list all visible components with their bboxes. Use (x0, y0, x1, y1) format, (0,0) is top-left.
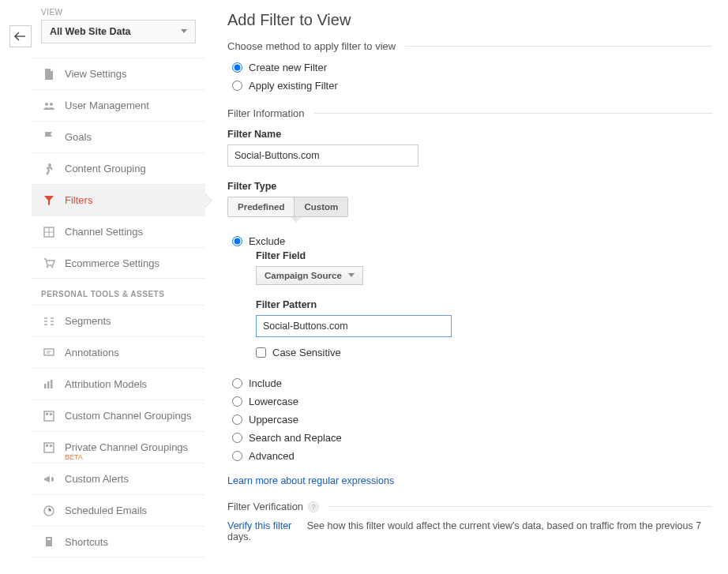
sidebar-item-private-channel-groupings[interactable]: Private Channel GroupingsBETA (32, 431, 205, 463)
sidebar-item-ecommerce-settings[interactable]: Ecommerce Settings (32, 247, 205, 279)
channel-icon (41, 224, 57, 240)
segments-icon (41, 313, 57, 329)
svg-point-4 (47, 266, 48, 268)
person-run-icon (41, 161, 57, 177)
sidebar-item-channel-settings[interactable]: Channel Settings (32, 216, 205, 247)
create-new-filter-radio[interactable] (232, 62, 242, 73)
filter-name-input[interactable] (227, 144, 418, 167)
sidebar-item-label: Attribution Models (65, 378, 147, 390)
sidebar-item-label: Goals (65, 131, 92, 143)
svg-rect-10 (44, 411, 54, 421)
flag-icon (41, 129, 57, 145)
sidebar-item-label: Content Grouping (65, 163, 146, 174)
sidebar-item-label: Filters (65, 194, 92, 206)
svg-point-2 (48, 163, 51, 167)
beta-badge: BETA (65, 453, 83, 461)
chevron-down-icon (181, 29, 187, 34)
tab-custom[interactable]: Custom (294, 197, 347, 216)
sidebar-item-view-settings[interactable]: View Settings (32, 58, 205, 89)
filter-type-label: Filter Type (227, 181, 712, 192)
sidebar-item-label: Shortcuts (65, 536, 108, 548)
grouping-icon (41, 440, 57, 456)
sidebar-item-user-management[interactable]: User Management (32, 89, 205, 121)
filter-field-label: Filter Field (256, 250, 712, 261)
search-and-replace-radio[interactable] (232, 433, 242, 443)
svg-point-1 (50, 103, 53, 106)
grouping-icon (41, 408, 57, 424)
bars-icon (41, 377, 57, 392)
lowercase-radio[interactable] (232, 396, 242, 407)
learn-more-link[interactable]: Learn more about regular expressions (227, 475, 394, 486)
sidebar-item-annotations[interactable]: Annotations (32, 336, 205, 368)
page-title: Add Filter to View (227, 11, 712, 29)
filter-name-label: Filter Name (227, 129, 712, 140)
method-legend: Choose method to apply filter to view (227, 40, 396, 52)
svg-rect-9 (51, 380, 53, 388)
case-sensitive-checkbox[interactable] (256, 347, 266, 358)
lowercase-label: Lowercase (249, 396, 298, 407)
advanced-radio[interactable] (232, 451, 242, 461)
include-label: Include (249, 377, 282, 389)
clock-icon (41, 503, 57, 519)
funnel-icon (41, 193, 57, 208)
chevron-down-icon (348, 273, 355, 278)
filter-pattern-label: Filter Pattern (256, 299, 712, 310)
annotations-icon (41, 345, 57, 361)
svg-rect-8 (47, 381, 50, 388)
view-label: VIEW (32, 8, 205, 20)
exclude-radio[interactable] (232, 236, 242, 246)
svg-rect-15 (50, 445, 52, 447)
uppercase-radio[interactable] (232, 415, 242, 425)
svg-rect-14 (46, 445, 48, 447)
sidebar-item-goals[interactable]: Goals (32, 121, 205, 152)
exclude-label: Exclude (249, 235, 285, 247)
sidebar-item-label: Private Channel Groupings (65, 441, 188, 453)
sidebar-item-label: View Settings (65, 68, 127, 80)
back-arrow-icon (14, 32, 27, 41)
filter-field-select[interactable]: Campaign Source (256, 266, 363, 285)
sidebar-item-label: Custom Alerts (65, 473, 129, 485)
tab-predefined[interactable]: Predefined (228, 197, 294, 216)
apply-existing-filter-label: Apply existing Filter (249, 80, 338, 92)
sidebar-item-attribution-models[interactable]: Attribution Models (32, 368, 205, 400)
create-new-filter-label: Create new Filter (249, 62, 327, 73)
sidebar-item-custom-alerts[interactable]: Custom Alerts (32, 463, 205, 494)
filter-field-value: Campaign Source (265, 271, 342, 280)
sidebar-item-label: Scheduled Emails (65, 505, 147, 516)
verify-filter-text: See how this filter would affect the cur… (227, 520, 701, 542)
svg-rect-7 (44, 384, 47, 388)
sidebar-item-shortcuts[interactable]: Shortcuts (32, 526, 205, 557)
back-button[interactable] (9, 25, 32, 47)
sidebar-item-custom-channel-groupings[interactable]: Custom Channel Groupings (32, 400, 205, 431)
view-select[interactable]: All Web Site Data (41, 20, 196, 43)
cart-icon (41, 255, 57, 271)
verify-filter-link[interactable]: Verify this filter (227, 520, 291, 531)
personal-tools-heading: PERSONAL TOOLS & ASSETS (32, 279, 205, 305)
svg-point-5 (51, 266, 53, 268)
apply-existing-filter-radio[interactable] (232, 81, 242, 91)
verification-legend: Filter Verification (227, 501, 303, 512)
advanced-label: Advanced (249, 450, 295, 462)
uppercase-label: Uppercase (249, 414, 298, 426)
case-sensitive-label: Case Sensitive (272, 347, 341, 358)
include-radio[interactable] (232, 378, 242, 388)
sidebar: VIEW All Web Site Data View SettingsUser… (32, 0, 205, 574)
search-and-replace-label: Search and Replace (249, 432, 342, 444)
filter-pattern-input[interactable] (256, 315, 452, 337)
sidebar-item-label: Custom Channel Groupings (65, 410, 191, 422)
sidebar-item-label: Ecommerce Settings (65, 257, 159, 269)
sidebar-item-content-grouping[interactable]: Content Grouping (32, 152, 205, 184)
filter-type-tabs: Predefined Custom (227, 197, 348, 217)
sidebar-item-filters[interactable]: Filters (32, 184, 205, 216)
svg-rect-12 (50, 413, 52, 415)
svg-rect-6 (44, 349, 54, 355)
svg-rect-13 (44, 443, 54, 452)
help-icon[interactable]: ? (308, 501, 319, 512)
sidebar-item-label: User Management (65, 99, 149, 111)
sidebar-item-segments[interactable]: Segments (32, 305, 205, 336)
filter-info-legend: Filter Information (227, 107, 305, 119)
users-icon (41, 98, 57, 114)
sidebar-item-scheduled-emails[interactable]: Scheduled Emails (32, 494, 205, 526)
svg-rect-11 (46, 413, 48, 415)
sidebar-item-label: Segments (65, 315, 111, 327)
